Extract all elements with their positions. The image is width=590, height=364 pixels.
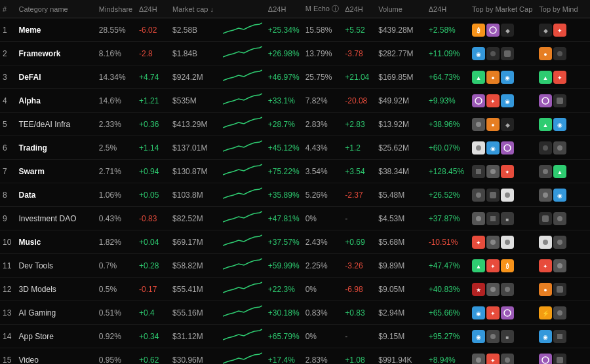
svg-point-57	[543, 145, 548, 151]
mcap-cell: $130.87M	[170, 160, 220, 183]
mcap-cell: $55.41M	[170, 278, 220, 301]
top-mind-cell: ▲✦	[536, 65, 590, 89]
vol-delta-cell: -10.51%	[426, 230, 469, 254]
echo-cell: 0%	[303, 278, 343, 301]
volume-cell: $991.94K	[376, 348, 425, 365]
top-mind-cell: ✦	[536, 254, 590, 278]
top-mc-cell	[469, 183, 536, 207]
echo-cell: 2.83%	[303, 113, 343, 136]
svg-text:●: ●	[544, 287, 547, 293]
echo-delta-cell: -6.98	[342, 278, 376, 301]
col-spark-header	[220, 0, 266, 18]
top-mc-cell: ★	[469, 278, 536, 301]
rank-cell: 15	[0, 348, 16, 365]
mcap-delta-cell: +65.79%	[266, 325, 303, 348]
svg-text:◆: ◆	[505, 27, 509, 34]
sparkline-cell	[220, 136, 266, 160]
svg-text:✦: ✦	[490, 263, 496, 270]
sparkline-cell	[220, 325, 266, 348]
col-echo: M Echo ⓘ	[303, 0, 343, 18]
mind-delta-cell: -2.8	[136, 42, 170, 65]
sparkline-cell	[220, 278, 266, 301]
mcap-delta-cell: +33.1%	[266, 89, 303, 113]
mcap-cell: $58.82M	[170, 254, 220, 278]
echo-delta-cell: +0.83	[342, 301, 376, 325]
echo-cell: 2.25%	[303, 254, 343, 278]
mcap-delta-cell: +59.99%	[266, 254, 303, 278]
vol-delta-cell: +8.94%	[426, 348, 469, 365]
sparkline-cell	[220, 183, 266, 207]
col-mcap-delta: Δ24H	[266, 0, 303, 18]
volume-cell: $49.92M	[376, 89, 425, 113]
category-name-cell: Investment DAO	[16, 207, 96, 230]
echo-cell: 0%	[303, 207, 343, 230]
vol-delta-cell: +38.96%	[426, 113, 469, 136]
svg-rect-119	[557, 286, 563, 293]
table-row: 12 3D Models 0.5% -0.17 $55.41M +22.3% 0…	[0, 278, 590, 301]
top-mc-cell: ▲✦₿	[469, 254, 536, 278]
mcap-delta-cell: +25.34%	[266, 18, 303, 42]
rank-cell: 7	[0, 160, 16, 183]
svg-point-63	[490, 169, 496, 174]
mcap-cell: $31.12M	[170, 325, 220, 348]
mcap-delta-cell: +22.3%	[266, 278, 303, 301]
table-row: 9 Investment DAO 0.43% -0.83 $82.52M +47…	[0, 207, 590, 230]
svg-point-13	[490, 51, 496, 56]
volume-cell: $9.05M	[376, 278, 425, 301]
svg-point-93	[490, 240, 496, 245]
echo-cell: 0%	[303, 325, 343, 348]
mindshare-cell: 14.6%	[96, 89, 136, 113]
mcap-cell: $137.01M	[170, 136, 220, 160]
svg-point-99	[557, 240, 562, 245]
svg-rect-15	[504, 50, 511, 57]
rank-cell: 6	[0, 136, 16, 160]
col-echo-delta: Δ24H	[342, 0, 376, 18]
svg-text:■: ■	[506, 217, 509, 223]
category-name-cell: AI Gaming	[16, 301, 96, 325]
sparkline-cell	[220, 301, 266, 325]
echo-cell: 2.83%	[303, 348, 343, 365]
mcap-cell: $82.52M	[170, 207, 220, 230]
svg-text:◉: ◉	[505, 98, 510, 105]
mind-delta-cell: +0.28	[136, 254, 170, 278]
mindshare-cell: 0.7%	[96, 254, 136, 278]
volume-cell: $5.68M	[376, 230, 425, 254]
sparkline-cell	[220, 42, 266, 65]
sparkline-cell	[220, 160, 266, 183]
svg-text:◉: ◉	[505, 75, 510, 81]
echo-cell: 5.26%	[303, 183, 343, 207]
top-mind-cell: ◉	[536, 183, 590, 207]
volume-cell: $38.34M	[376, 160, 425, 183]
top-mc-cell: ■	[469, 207, 536, 230]
mindshare-cell: 2.33%	[96, 113, 136, 136]
vol-delta-cell: +47.47%	[426, 254, 469, 278]
col-mcap: Market cap ↓	[170, 0, 220, 18]
sparkline-cell	[220, 207, 266, 230]
mind-delta-cell: +4.74	[136, 65, 170, 89]
table-row: 6 Trading 2.5% +1.14 $137.01M +45.12% 4.…	[0, 136, 590, 160]
rank-cell: 1	[0, 18, 16, 42]
vol-delta-cell: +95.27%	[426, 325, 469, 348]
volume-cell: $169.85M	[376, 65, 425, 89]
echo-delta-cell: +21.04	[342, 65, 376, 89]
mindshare-cell: 0.5%	[96, 278, 136, 301]
rank-cell: 9	[0, 207, 16, 230]
volume-cell: $9.89M	[376, 254, 425, 278]
top-mind-cell: ●	[536, 278, 590, 301]
svg-point-95	[505, 240, 510, 245]
vol-delta-cell: +64.73%	[426, 65, 469, 89]
vol-delta-cell: +11.09%	[426, 42, 469, 65]
table-row: 11 Dev Tools 0.7% +0.28 $58.82M +59.99% …	[0, 254, 590, 278]
mindshare-cell: 2.71%	[96, 160, 136, 183]
svg-text:●: ●	[544, 51, 547, 58]
sparkline-cell	[220, 89, 266, 113]
top-mc-cell: ◉✦	[469, 301, 536, 325]
table-row: 8 Data 1.06% +0.05 $103.8M +35.89% 5.26%…	[0, 183, 590, 207]
rank-cell: 4	[0, 89, 16, 113]
sparkline-cell	[220, 254, 266, 278]
mcap-cell: $69.17M	[170, 230, 220, 254]
echo-delta-cell: +0.69	[342, 230, 376, 254]
svg-rect-61	[476, 169, 481, 174]
svg-point-113	[490, 287, 496, 292]
svg-text:◉: ◉	[557, 192, 562, 199]
